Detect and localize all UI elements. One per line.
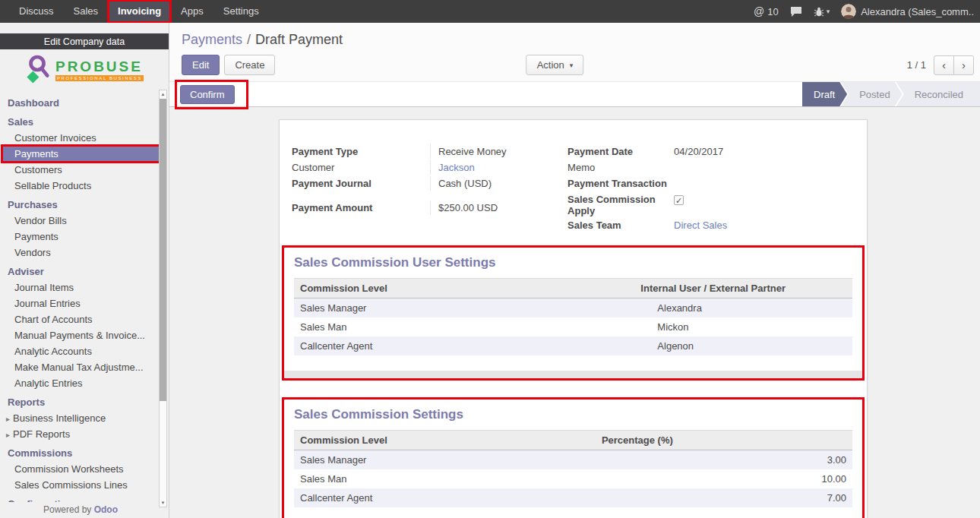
column-header-commission-level[interactable]: Commission Level (294, 279, 634, 298)
payment-journal-label: Payment Journal (292, 176, 430, 191)
nav-sales[interactable]: Sales (64, 0, 109, 23)
field-payment-type: Payment Type Receive Money (292, 144, 554, 160)
table-row-sales-manager[interactable]: Sales Manager 3.00 (294, 450, 852, 470)
nav-discuss[interactable]: Discuss (9, 0, 64, 23)
customer-label: Customer (292, 160, 430, 175)
sidebar-item-payments[interactable]: Payments (2, 146, 160, 162)
cell-commission-level: Sales Man (294, 469, 596, 488)
pager-value: 1 / 1 (907, 59, 926, 71)
nav-settings[interactable]: Settings (213, 0, 269, 23)
sidebar-item-analytic-accounts[interactable]: Analytic Accounts (0, 343, 169, 359)
breadcrumb-separator: / (247, 32, 251, 47)
powered-by: Powered by Odoo (0, 502, 161, 518)
sidebar-item-journal-items[interactable]: Journal Items (0, 280, 169, 295)
sidebar-item-purchase-payments[interactable]: Payments (0, 229, 169, 245)
sidebar-item-pdf-reports[interactable]: ▸PDF Reports (0, 426, 169, 442)
sales-commission-settings-section: Sales Commission Settings Commission Lev… (282, 397, 865, 518)
sidebar-item-vendor-bills[interactable]: Vendor Bills (0, 213, 169, 229)
nav-apps[interactable]: Apps (171, 0, 213, 23)
sidebar-item-vendors[interactable]: Vendors (0, 245, 169, 261)
debug-menu-button[interactable]: ▾ (814, 7, 830, 17)
page: Discuss Sales Invoicing Apps Settings @ … (0, 0, 980, 518)
memo-label: Memo (567, 160, 674, 175)
messages-button[interactable] (790, 6, 802, 17)
action-dropdown[interactable]: Action ▾ (526, 55, 584, 75)
sidebar-heading-sales[interactable]: Sales (0, 114, 169, 130)
section-title-user-settings: Sales Commission User Settings (294, 255, 852, 270)
user-menu[interactable]: Alexandra (Sales_comm.. (841, 4, 974, 19)
pager-previous-button[interactable]: ‹ (934, 55, 954, 75)
avatar (841, 4, 856, 19)
sales-team-link[interactable]: Direct Sales (674, 220, 727, 231)
sidebar-item-commission-worksheets[interactable]: Commission Worksheets (0, 461, 169, 477)
column-header-commission-level[interactable]: Commission Level (294, 431, 596, 450)
breadcrumb-payments-link[interactable]: Payments (182, 32, 242, 47)
commission-user-table: Commission Level Internal User / Externa… (294, 278, 852, 355)
sidebar-menu: Dashboard Sales Customer Invoices Paymen… (0, 90, 169, 512)
nav-invoicing[interactable]: Invoicing (108, 0, 171, 23)
sidebar-item-business-intelligence[interactable]: ▸Business Intelligence (0, 410, 169, 426)
status-step-draft[interactable]: Draft (802, 82, 847, 106)
sidebar-item-manual-payments-invoice[interactable]: Manual Payments & Invoice... (0, 327, 169, 343)
column-header-percentage[interactable]: Percentage (%) (596, 431, 852, 450)
payment-journal-value: Cash (USD) (430, 176, 554, 191)
scroll-down-arrow[interactable]: ▼ (160, 499, 166, 507)
field-memo: Memo (567, 160, 855, 176)
annotation-box-confirm: Confirm (175, 80, 248, 109)
table-row-callcenter-agent[interactable]: Callcenter Agent 7.00 (294, 488, 852, 507)
field-payment-transaction: Payment Transaction (567, 176, 855, 192)
table-row-sales-man[interactable]: Sales Man 10.00 (294, 469, 852, 488)
cell-percentage: 3.00 (596, 450, 852, 470)
cell-commission-level: Sales Manager (294, 450, 596, 470)
column-header-internal-user[interactable]: Internal User / External Partner (634, 279, 852, 298)
probuse-logo-icon (25, 54, 51, 86)
pager-next-button[interactable]: › (953, 55, 974, 75)
app-menus: Discuss Sales Invoicing Apps Settings (0, 0, 269, 23)
notification-count: 10 (767, 6, 778, 17)
sidebar-item-customer-invoices[interactable]: Customer Invoices (0, 130, 169, 146)
sidebar-heading-purchases[interactable]: Purchases (0, 197, 169, 213)
sidebar-scrollbar[interactable]: ▲ ▼ (159, 90, 167, 507)
sidebar-item-journal-entries[interactable]: Journal Entries (0, 295, 169, 311)
status-bar: Confirm Draft Posted Reconciled (169, 81, 980, 107)
payment-date-label: Payment Date (567, 144, 674, 159)
sidebar-item-sellable-products[interactable]: Sellable Products (0, 178, 169, 194)
scroll-up-arrow[interactable]: ▲ (160, 90, 166, 98)
expand-arrow-icon: ▸ (6, 431, 10, 439)
logo-text: PROBUSE PROFESSIONAL BUSINESS (55, 59, 144, 81)
sidebar-item-analytic-entries[interactable]: Analytic Entries (0, 375, 169, 391)
status-step-reconciled[interactable]: Reconciled (896, 82, 980, 106)
customer-link[interactable]: Jackson (438, 162, 475, 173)
sidebar-item-customers[interactable]: Customers (0, 162, 169, 178)
notifications-button[interactable]: @ 10 (754, 5, 779, 17)
create-button[interactable]: Create (224, 55, 275, 75)
sidebar-heading-dashboard[interactable]: Dashboard (0, 95, 169, 111)
sales-team-label: Sales Team (567, 218, 674, 232)
main-area: Payments/Draft Payment Edit Create Actio… (169, 23, 980, 518)
mention-icon: @ (754, 5, 764, 17)
sidebar-item-sales-commissions-lines[interactable]: Sales Commissions Lines (0, 477, 169, 493)
cell-user: Mickon (634, 317, 852, 336)
table-row-sales-manager[interactable]: Sales Manager Alexandra (294, 298, 852, 318)
table-row-sales-man[interactable]: Sales Man Mickon (294, 317, 852, 336)
sidebar-heading-commissions[interactable]: Commissions (0, 445, 169, 461)
odoo-link[interactable]: Odoo (94, 504, 118, 515)
edit-company-data-button[interactable]: Edit Company data (0, 33, 169, 49)
sidebar-heading-adviser[interactable]: Adviser (0, 264, 169, 280)
user-name: Alexandra (Sales_comm.. (861, 6, 974, 17)
sidebar-heading-reports[interactable]: Reports (0, 394, 169, 410)
sidebar-item-make-manual-tax-adjustment[interactable]: Make Manual Tax Adjustme... (0, 359, 169, 375)
table-row-callcenter-agent[interactable]: Callcenter Agent Algenon (294, 336, 852, 355)
field-sales-team: Sales Team Direct Sales (567, 218, 855, 234)
status-step-posted[interactable]: Posted (841, 82, 902, 106)
form-sheet: Payment Type Receive Money Customer Jack… (279, 119, 868, 518)
confirm-button[interactable]: Confirm (180, 85, 235, 104)
topbar-right: @ 10 ▾ (754, 0, 980, 23)
scrollbar-thumb[interactable] (160, 99, 166, 401)
payment-transaction-value (674, 176, 855, 189)
sidebar-item-chart-of-accounts[interactable]: Chart of Accounts (0, 311, 169, 327)
bug-icon (814, 7, 824, 17)
sales-commission-apply-checkbox[interactable]: ✓ (674, 195, 684, 205)
edit-button[interactable]: Edit (182, 55, 220, 75)
company-logo[interactable]: PROBUSE PROFESSIONAL BUSINESS (0, 49, 169, 90)
